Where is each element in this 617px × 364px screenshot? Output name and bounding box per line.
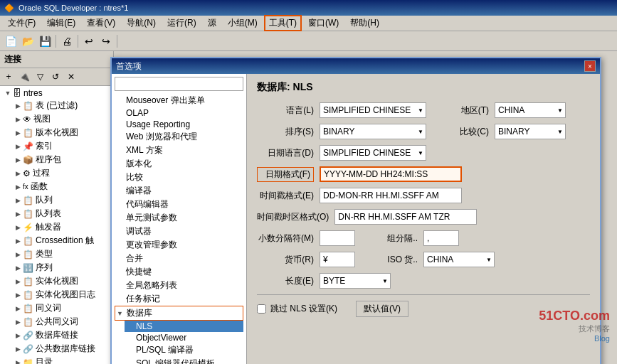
default-values-button[interactable]: 默认值(V) [356, 301, 408, 317]
length-select-wrapper: BYTE CHAR ▼ [320, 273, 391, 289]
dtree-versioning[interactable]: 版本化 [115, 157, 243, 171]
dtree-change-mgmt[interactable]: 更改管理参数 [115, 238, 243, 252]
undo-button[interactable]: ↩ [81, 33, 97, 49]
datelang-select[interactable]: SIMPLIFIED CHINESE AMERICAN [320, 145, 426, 161]
dtree-debugger[interactable]: 调试器 [115, 225, 243, 238]
dateformat-label: 日期格式(F) [257, 167, 314, 182]
timestamp-label: 时间戳格式(E) [257, 190, 314, 202]
timestamptz-input[interactable] [334, 209, 477, 225]
toolbar-sep-3 [117, 35, 117, 48]
print-button[interactable]: 🖨 [59, 33, 75, 49]
menu-nav[interactable]: 导航(N) [122, 15, 161, 31]
watermark-blog: Blog [539, 334, 610, 343]
comparison-select-wrapper: BINARY ANSI ▼ [495, 124, 566, 139]
new-button[interactable]: 📄 [3, 33, 19, 49]
dtree-xml[interactable]: XML 方案 [115, 144, 243, 157]
language-label: 语言(L) [257, 105, 314, 117]
dtree-nls[interactable]: NLS [125, 321, 243, 332]
dialog-close-button[interactable]: × [584, 60, 596, 72]
currency-row: 货币(R) ISO 货.. CHINA USD ▼ [257, 252, 590, 267]
menu-help[interactable]: 帮助(H) [345, 15, 384, 31]
menu-group[interactable]: 小组(M) [223, 15, 263, 31]
timestamp-input[interactable] [320, 188, 462, 203]
dtree-merge[interactable]: 合并 [115, 252, 243, 265]
redo-button[interactable]: ↪ [98, 33, 114, 49]
save-button[interactable]: 💾 [37, 33, 53, 49]
sort-row: 排序(S) BINARY UNICODE ▼ 比较(C) BINARY [257, 124, 590, 139]
sort-label: 排序(S) [257, 126, 314, 138]
length-label: 长度(E) [257, 275, 314, 287]
watermark-sub: 技术博客 [539, 323, 610, 334]
sort-select-wrapper: BINARY UNICODE ▼ [320, 124, 426, 139]
watermark-logo: 51CTO.com [539, 309, 610, 323]
sort-select[interactable]: BINARY UNICODE [320, 124, 426, 139]
menu-run[interactable]: 运行(R) [162, 15, 201, 31]
dtree-unittest[interactable]: 单元测试参数 [115, 211, 243, 225]
dtree-compare[interactable]: 比较 [115, 171, 243, 184]
app-title: Oracle SQL Developer : ntres*1 [19, 4, 128, 12]
dialog-title-label: 首选项 [116, 60, 142, 73]
language-row: 语言(L) SIMPLIFIED CHINESE AMERICAN ▼ 地区(T… [257, 102, 590, 118]
length-row: 长度(E) BYTE CHAR ▼ [257, 273, 590, 289]
preferences-dialog: 首选项 × Mouseover 弹出菜单 OLAP [110, 57, 601, 364]
toolbar-sep-2 [78, 35, 78, 48]
decimal-input[interactable] [320, 230, 355, 246]
territory-label: 地区(T) [432, 105, 489, 117]
preferences-search[interactable] [115, 77, 243, 91]
comparison-select[interactable]: BINARY ANSI [495, 124, 566, 139]
menu-tools[interactable]: 工具(T) [264, 15, 302, 31]
length-select[interactable]: BYTE CHAR [320, 273, 391, 289]
dtree-plsql-compiler[interactable]: PL/SQL 编译器 [125, 343, 243, 357]
comparison-label: 比较(C) [432, 126, 489, 138]
dtree-web-proxy[interactable]: Web 浏览器和代理 [115, 130, 243, 144]
dialog-overlay: 首选项 × Mouseover 弹出菜单 OLAP [0, 51, 617, 364]
dtree-olap[interactable]: OLAP [115, 107, 243, 119]
menu-view[interactable]: 查看(V) [82, 15, 120, 31]
groupsep-label: 组分隔.. [361, 232, 418, 245]
territory-select[interactable]: CHINA AMERICA [495, 102, 566, 118]
language-select[interactable]: SIMPLIFIED CHINESE AMERICAN [320, 102, 426, 118]
dtree-shortcuts[interactable]: 快捷键 [115, 265, 243, 279]
dtree-objectviewer[interactable]: ObjectViewer [125, 332, 243, 343]
datelang-row: 日期语言(D) SIMPLIFIED CHINESE AMERICAN ▼ [257, 145, 590, 161]
menu-file[interactable]: 文件(F) [3, 15, 41, 31]
isocurrency-select-wrapper: CHINA USD ▼ [423, 252, 495, 267]
dtree-compiler[interactable]: 编译器 [115, 184, 243, 198]
toolbar: 📄 📂 💾 🖨 ↩ ↪ [0, 31, 617, 51]
dtree-ignore-list[interactable]: 全局忽略列表 [115, 279, 243, 292]
dialog-title-bar: 首选项 × [112, 58, 600, 74]
isocurrency-select[interactable]: CHINA USD [423, 252, 495, 267]
dateformat-row: 日期格式(F) [257, 166, 590, 182]
dateformat-input[interactable] [320, 166, 462, 182]
datelang-label: 日期语言(D) [257, 147, 314, 159]
dtree-database-children: NLS ObjectViewer PL/SQL 编译器 SQL 编辑器 [115, 321, 243, 364]
currency-label: 货币(R) [257, 254, 314, 266]
menu-edit[interactable]: 编辑(E) [42, 15, 80, 31]
open-button[interactable]: 📂 [20, 33, 36, 49]
currency-input[interactable] [320, 252, 355, 267]
dtree-code-editor[interactable]: 代码编辑器 [115, 198, 243, 211]
title-bar: 🔶 Oracle SQL Developer : ntres*1 [0, 0, 617, 16]
timestamp-row: 时间戳格式(E) [257, 188, 590, 203]
dtree-usage-reporting[interactable]: Usage Reporting [115, 119, 243, 130]
dtree-sql-templates[interactable]: SQL 编辑器代码模板 [125, 357, 243, 364]
datelang-select-wrapper: SIMPLIFIED CHINESE AMERICAN ▼ [320, 145, 426, 161]
isocurrency-label: ISO 货.. [361, 254, 418, 266]
content-title: 数据库: NLS [257, 81, 590, 94]
skip-nls-label: 跳过 NLS 设置(K) [270, 303, 337, 315]
groupsep-input[interactable] [423, 230, 459, 246]
dialog-body: Mouseover 弹出菜单 OLAP Usage Reporting Web … [112, 74, 600, 364]
dtree-mouseover[interactable]: Mouseover 弹出菜单 [115, 94, 243, 107]
menu-source[interactable]: 源 [203, 15, 221, 31]
timestamptz-row: 时间戳时区格式(O) [257, 209, 590, 225]
dtree-database[interactable]: ▼ 数据库 [115, 306, 243, 321]
toolbar-sep-1 [56, 35, 56, 48]
language-select-wrapper: SIMPLIFIED CHINESE AMERICAN ▼ [320, 102, 426, 118]
app-icon: 🔶 [4, 4, 14, 13]
dtree-task-tags[interactable]: 任务标记 [115, 292, 243, 306]
preferences-tree: Mouseover 弹出菜单 OLAP Usage Reporting Web … [112, 74, 247, 364]
menu-window[interactable]: 窗口(W) [303, 15, 344, 31]
skip-nls-checkbox[interactable] [257, 304, 266, 314]
divider [257, 294, 590, 295]
decimal-label: 小数分隔符(M) [257, 232, 314, 245]
